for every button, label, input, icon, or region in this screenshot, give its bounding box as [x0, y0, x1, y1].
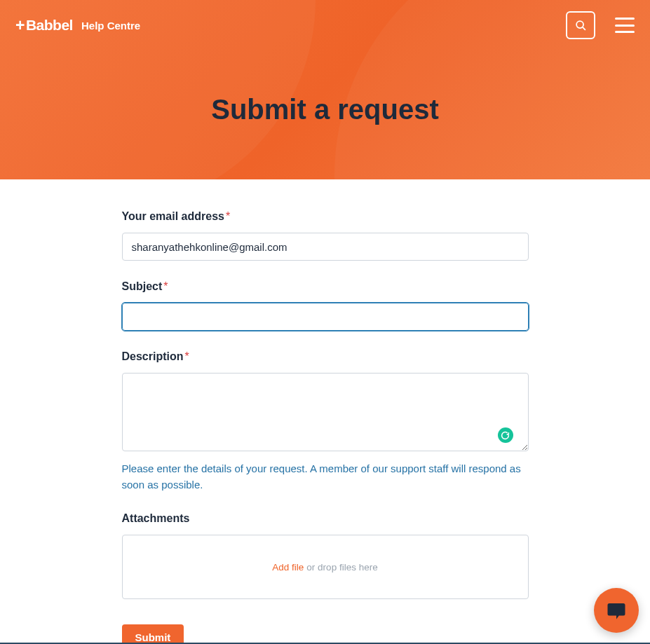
search-button[interactable] — [566, 11, 595, 39]
description-field[interactable] — [122, 373, 529, 451]
attachments-group: Attachments Add file or drop files here — [122, 512, 529, 599]
page-title: Submit a request — [0, 94, 650, 125]
chat-widget-button[interactable] — [594, 588, 639, 633]
svg-point-0 — [576, 21, 583, 28]
attachments-label: Attachments — [122, 512, 529, 525]
search-icon — [575, 20, 587, 32]
request-form: Your email address* Subject* Description… — [122, 179, 529, 644]
textarea-wrap — [122, 373, 529, 454]
required-mark: * — [163, 280, 168, 292]
hamburger-line — [615, 18, 635, 20]
plus-icon: + — [15, 16, 25, 35]
help-centre-link[interactable]: Help Centre — [81, 20, 140, 32]
required-mark: * — [185, 350, 189, 362]
hamburger-line — [615, 31, 635, 33]
description-group: Description* Please enter the details of… — [122, 350, 529, 493]
drop-hint: or drop files here — [306, 562, 377, 573]
subject-group: Subject* — [122, 280, 529, 331]
header-actions — [566, 11, 635, 39]
svg-line-1 — [582, 27, 585, 29]
email-group: Your email address* — [122, 210, 529, 261]
brand-area[interactable]: +Babbel Help Centre — [15, 16, 140, 35]
subject-field[interactable] — [122, 303, 529, 331]
description-hint: Please enter the details of your request… — [122, 461, 529, 493]
email-field[interactable] — [122, 233, 529, 261]
menu-button[interactable] — [615, 18, 635, 33]
file-dropzone[interactable]: Add file or drop files here — [122, 535, 529, 599]
email-label: Your email address* — [122, 210, 529, 223]
subject-label: Subject* — [122, 280, 529, 293]
grammarly-icon[interactable] — [498, 427, 513, 443]
chat-icon — [606, 600, 627, 621]
logo-text: Babbel — [26, 17, 73, 34]
header-bar: +Babbel Help Centre — [0, 0, 650, 50]
description-label: Description* — [122, 350, 529, 363]
add-file-link[interactable]: Add file — [272, 562, 304, 573]
required-mark: * — [226, 210, 230, 222]
hamburger-line — [615, 25, 635, 27]
submit-button[interactable]: Submit — [122, 624, 184, 644]
babbel-logo[interactable]: +Babbel — [15, 16, 73, 35]
hero-banner: +Babbel Help Centre Submit a request — [0, 0, 650, 179]
